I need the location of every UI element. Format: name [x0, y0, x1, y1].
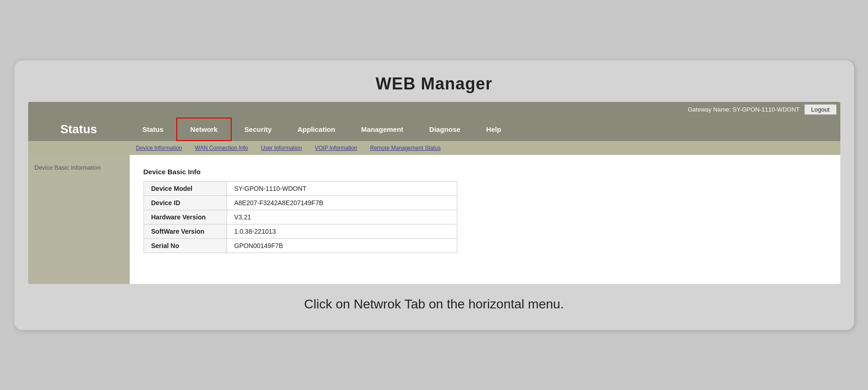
outer-wrapper: WEB Manager Gateway Name: SY-GPON-1110-W…	[14, 60, 854, 330]
instruction-text: Click on Netwrok Tab on the horizontal m…	[28, 297, 840, 312]
content-sidebar: Device Basic Information	[28, 155, 130, 284]
sub-tab-wan-info[interactable]: WAN Connection Info	[189, 143, 255, 153]
tab-security[interactable]: Security	[232, 118, 285, 141]
sub-tab-user-info[interactable]: User Information	[255, 143, 309, 153]
section-title: Device Basic Info	[144, 168, 826, 176]
main-panel: Gateway Name: SY-GPON-1110-WDONT Logout …	[28, 102, 840, 284]
table-row: Device ModelSY-GPON-1110-WDONT	[144, 181, 457, 195]
sub-nav-row: Device Information WAN Connection Info U…	[28, 141, 840, 155]
table-cell-label: Device Model	[144, 181, 227, 195]
table-cell-value: V3.21	[227, 210, 457, 224]
logout-button[interactable]: Logout	[804, 104, 837, 115]
nav-sidebar-label: Status	[28, 118, 130, 141]
sub-tab-remote-mgmt[interactable]: Remote Management Status	[364, 143, 447, 153]
content-area: Device Basic Information Device Basic In…	[28, 155, 840, 284]
device-info-table: Device ModelSY-GPON-1110-WDONTDevice IDA…	[144, 181, 457, 253]
tab-management[interactable]: Management	[348, 118, 416, 141]
nav-row: Status Status Network Security Applicati…	[28, 118, 840, 141]
tab-help[interactable]: Help	[473, 118, 515, 141]
table-cell-value: A8E207-F3242A8E207149F7B	[227, 195, 457, 210]
table-cell-label: Serial No	[144, 238, 227, 253]
table-row: Hardware VersionV3.21	[144, 210, 457, 224]
table-cell-value: SY-GPON-1110-WDONT	[227, 181, 457, 195]
tab-network[interactable]: Network	[176, 118, 231, 141]
page-title: WEB Manager	[28, 74, 840, 94]
top-bar: Gateway Name: SY-GPON-1110-WDONT Logout	[28, 102, 840, 118]
table-row: SoftWare Version1.0.38-221013	[144, 224, 457, 238]
sub-tab-voip-info[interactable]: VOIP Information	[308, 143, 364, 153]
table-cell-value: 1.0.38-221013	[227, 224, 457, 238]
table-row: Device IDA8E207-F3242A8E207149F7B	[144, 195, 457, 210]
content-main: Device Basic Info Device ModelSY-GPON-11…	[130, 155, 840, 284]
tab-application[interactable]: Application	[285, 118, 348, 141]
table-cell-label: Device ID	[144, 195, 227, 210]
sub-tab-device-info[interactable]: Device Information	[130, 143, 189, 153]
table-cell-label: Hardware Version	[144, 210, 227, 224]
table-cell-value: GPON00149F7B	[227, 238, 457, 253]
nav-tabs: Status Network Security Application Mana…	[130, 118, 840, 141]
gateway-info: Gateway Name: SY-GPON-1110-WDONT	[688, 102, 799, 118]
table-cell-label: SoftWare Version	[144, 224, 227, 238]
table-row: Serial NoGPON00149F7B	[144, 238, 457, 253]
tab-diagnose[interactable]: Diagnose	[416, 118, 473, 141]
tab-status[interactable]: Status	[130, 118, 177, 141]
content-sidebar-label: Device Basic Information	[35, 164, 101, 171]
